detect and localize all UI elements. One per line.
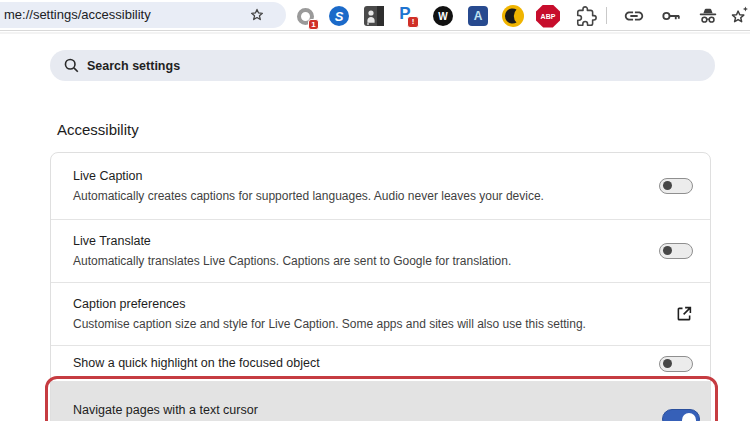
bookmark-star-icon[interactable] — [248, 6, 266, 24]
extension-w-circle-icon[interactable]: W — [431, 4, 455, 28]
setting-row-caret-browsing[interactable]: Navigate pages with a text cursor — [51, 381, 710, 421]
extension-person-panel-icon[interactable] — [362, 4, 386, 28]
alert-badge: ! — [407, 16, 419, 28]
abp-label: ABP — [536, 5, 560, 28]
live-caption-toggle[interactable] — [659, 178, 693, 194]
notification-badge: 1 — [308, 19, 319, 30]
setting-row-live-translate[interactable]: Live Translate Automatically translates … — [51, 219, 710, 282]
incognito-icon[interactable] — [696, 4, 720, 28]
toggle-knob — [663, 246, 672, 255]
extension-p-alert-icon[interactable]: P ! — [396, 4, 420, 28]
toggle-knob — [682, 413, 696, 421]
live-translate-toggle[interactable] — [659, 243, 693, 259]
key-icon[interactable] — [659, 4, 683, 28]
extension-moon-icon[interactable] — [501, 4, 525, 28]
url-text[interactable]: me://settings/accessibility — [4, 7, 151, 22]
setting-title: Live Translate — [73, 233, 511, 250]
caret-browsing-toggle[interactable] — [662, 409, 700, 421]
setting-row-focus-highlight[interactable]: Show a quick highlight on the focused ob… — [51, 345, 710, 381]
toolbar-shadow — [0, 32, 750, 34]
setting-title: Caption preferences — [73, 296, 586, 313]
setting-title: Show a quick highlight on the focused ob… — [73, 355, 320, 372]
setting-title: Live Caption — [73, 168, 544, 185]
w-glyph: W — [433, 6, 453, 26]
extension-grey-ring-icon[interactable]: 1 — [293, 4, 317, 28]
external-link-icon[interactable] — [675, 305, 693, 323]
focus-highlight-toggle[interactable] — [659, 356, 693, 372]
extensions-puzzle-icon[interactable] — [574, 4, 598, 28]
search-input[interactable]: Search settings — [50, 50, 715, 81]
toolbar-divider — [606, 7, 607, 24]
page-title: Accessibility — [57, 121, 139, 138]
toggle-knob — [663, 181, 672, 190]
toggle-knob — [663, 359, 672, 368]
puzzle-glyph — [576, 6, 597, 27]
address-bar[interactable]: me://settings/accessibility — [0, 2, 286, 28]
search-icon — [63, 57, 80, 74]
sphere-glyph: S — [329, 6, 349, 26]
bookmark-sparkle-icon[interactable] — [727, 4, 750, 28]
setting-row-caption-preferences[interactable]: Caption preferences Customise caption si… — [51, 282, 710, 345]
person-panel-glyph — [364, 6, 384, 26]
setting-description: Customise caption size and style for Liv… — [73, 316, 586, 333]
star-sparkle-glyph — [728, 5, 750, 27]
link-icon[interactable] — [622, 4, 646, 28]
search-placeholder: Search settings — [87, 59, 180, 73]
link-glyph — [623, 5, 645, 27]
setting-row-live-caption[interactable]: Live Caption Automatically creates capti… — [51, 153, 710, 219]
a-glyph: A — [468, 6, 488, 26]
browser-toolbar: me://settings/accessibility 1 S P ! W A — [0, 0, 750, 31]
extension-a-square-icon[interactable]: A — [466, 4, 490, 28]
incognito-glyph — [697, 5, 719, 27]
setting-description: Automatically translates Live Captions. … — [73, 253, 511, 270]
setting-description: Automatically creates captions for suppo… — [73, 188, 544, 205]
key-glyph — [660, 5, 682, 27]
extension-blue-sphere-icon[interactable]: S — [327, 4, 351, 28]
setting-title: Navigate pages with a text cursor — [73, 402, 258, 419]
settings-card: Live Caption Automatically creates capti… — [50, 152, 711, 421]
moon-glyph — [502, 5, 524, 27]
extension-adblock-plus-icon[interactable]: ABP — [536, 4, 560, 28]
